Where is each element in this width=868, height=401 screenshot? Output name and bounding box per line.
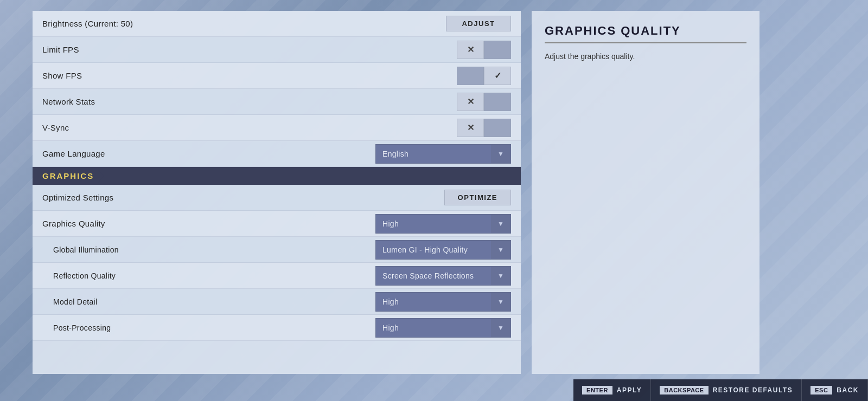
network-stats-label: Network Stats (42, 97, 457, 106)
model-detail-control: High ▼ (375, 292, 511, 312)
vsync-label: V-Sync (42, 123, 457, 132)
brightness-label: Brightness (Current: 50) (42, 19, 446, 28)
brightness-control: ADJUST (446, 16, 511, 31)
reflection-quality-control: Screen Space Reflections ▼ (375, 266, 511, 286)
model-detail-dropdown[interactable]: High ▼ (375, 292, 511, 312)
show-fps-toggle[interactable]: ✓ (457, 67, 511, 85)
vsync-toggle[interactable]: ✕ (457, 119, 511, 137)
graphics-quality-row: Graphics Quality High ▼ (33, 211, 521, 237)
graphics-quality-value: High (376, 219, 491, 228)
limit-fps-row: Limit FPS ✕ (33, 37, 521, 63)
show-fps-label: Show FPS (42, 71, 457, 80)
optimized-settings-control: OPTIMIZE (444, 190, 511, 205)
post-processing-control: High ▼ (375, 318, 511, 338)
toggle-on-btn[interactable] (484, 119, 511, 137)
vsync-control: ✕ (457, 119, 511, 137)
limit-fps-label: Limit FPS (42, 45, 457, 54)
toggle-off-btn[interactable]: ✕ (457, 41, 484, 59)
dropdown-arrow-icon: ▼ (491, 240, 510, 260)
reflection-quality-dropdown[interactable]: Screen Space Reflections ▼ (375, 266, 511, 286)
dropdown-arrow-icon: ▼ (491, 214, 510, 234)
model-detail-row: Model Detail High ▼ (33, 289, 521, 315)
graphics-quality-dropdown[interactable]: High ▼ (375, 214, 511, 234)
graphics-section-header: GRAPHICS (33, 167, 521, 185)
optimized-settings-row: Optimized Settings OPTIMIZE (33, 185, 521, 211)
reflection-quality-label: Reflection Quality (42, 271, 375, 280)
network-stats-toggle[interactable]: ✕ (457, 93, 511, 111)
global-illumination-row: Global Illumination Lumen GI - High Qual… (33, 237, 521, 263)
toggle-off-btn[interactable]: ✕ (457, 93, 484, 111)
global-illumination-control: Lumen GI - High Quality ▼ (375, 240, 511, 260)
toggle-on-btn[interactable]: ✓ (484, 67, 511, 85)
dropdown-arrow-icon: ▼ (491, 318, 510, 338)
game-language-value: English (376, 150, 491, 158)
optimize-button[interactable]: OPTIMIZE (444, 190, 511, 205)
toggle-on-btn[interactable] (484, 41, 511, 59)
graphics-quality-label: Graphics Quality (42, 219, 375, 228)
show-fps-control: ✓ (457, 67, 511, 85)
dropdown-arrow-icon: ▼ (491, 266, 510, 286)
toggle-on-btn[interactable] (484, 93, 511, 111)
game-language-dropdown[interactable]: English ▼ (375, 144, 511, 164)
reflection-quality-row: Reflection Quality Screen Space Reflecti… (33, 263, 521, 289)
post-processing-dropdown[interactable]: High ▼ (375, 318, 511, 338)
toggle-off-btn[interactable] (457, 67, 484, 85)
optimized-settings-label: Optimized Settings (42, 193, 444, 202)
dropdown-arrow-icon: ▼ (491, 144, 510, 164)
limit-fps-toggle[interactable]: ✕ (457, 41, 511, 59)
limit-fps-control: ✕ (457, 41, 511, 59)
settings-panel: Brightness (Current: 50) ADJUST Limit FP… (33, 11, 521, 374)
graphics-quality-control: High ▼ (375, 214, 511, 234)
adjust-button[interactable]: ADJUST (446, 16, 511, 31)
game-language-row: Game Language English ▼ (33, 141, 521, 167)
info-title: GRAPHICS QUALITY (545, 24, 746, 43)
dropdown-arrow-icon: ▼ (491, 292, 510, 312)
main-container: Brightness (Current: 50) ADJUST Limit FP… (0, 0, 868, 401)
info-panel: GRAPHICS QUALITY Adjust the graphics qua… (532, 11, 760, 374)
vsync-row: V-Sync ✕ (33, 115, 521, 141)
global-illumination-label: Global Illumination (42, 245, 375, 254)
post-processing-row: Post-Processing High ▼ (33, 315, 521, 341)
post-processing-label: Post-Processing (42, 324, 375, 332)
network-stats-row: Network Stats ✕ (33, 89, 521, 115)
global-illumination-dropdown[interactable]: Lumen GI - High Quality ▼ (375, 240, 511, 260)
model-detail-label: Model Detail (42, 297, 375, 306)
game-language-label: Game Language (42, 149, 375, 158)
model-detail-value: High (376, 297, 491, 306)
reflection-quality-value: Screen Space Reflections (376, 271, 491, 280)
brightness-row: Brightness (Current: 50) ADJUST (33, 11, 521, 37)
graphics-section-label: GRAPHICS (42, 171, 94, 180)
info-description: Adjust the graphics quality. (545, 51, 746, 62)
post-processing-value: High (376, 324, 491, 332)
toggle-off-btn[interactable]: ✕ (457, 119, 484, 137)
global-illumination-value: Lumen GI - High Quality (376, 245, 491, 254)
show-fps-row: Show FPS ✓ (33, 63, 521, 89)
game-language-control: English ▼ (375, 144, 511, 164)
network-stats-control: ✕ (457, 93, 511, 111)
